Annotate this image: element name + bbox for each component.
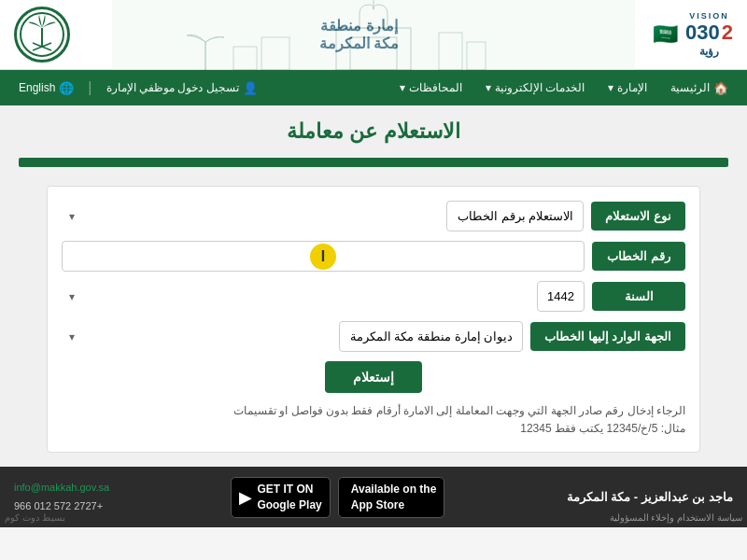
footer-email[interactable]: info@makkah.gov.sa	[14, 482, 109, 493]
vision-logo-container: VISION 2 030 رؤية 🇸🇦	[648, 11, 733, 58]
app-store-text: Available on the App Store	[351, 482, 437, 513]
google-play-icon: ▶	[239, 487, 252, 508]
vision-logo: VISION 2 030 رؤية	[685, 11, 733, 58]
source-dept-select-wrapper[interactable]: ديوان إمارة منطقة مكة المكرمة	[62, 321, 523, 352]
nav-home[interactable]: 🏠 الرئيسية	[661, 77, 738, 100]
footer-app-badges: ▶ GET IT ON Google Play Available on the…	[231, 477, 444, 518]
footer: info@makkah.gov.sa 966 012 572 2727+ ▶ G…	[0, 467, 747, 527]
year-select-wrapper[interactable]: 1442 1441 1440 1443 1444	[62, 281, 585, 312]
footer-org-name: ماجد بن عبدالعزيز - مكة المكرمة	[567, 490, 733, 504]
vision-arabic: رؤية	[699, 45, 719, 58]
emblem	[14, 7, 70, 63]
inquiry-type-select-wrapper[interactable]: الاستعلام برقم الخطاب	[62, 201, 584, 231]
vision-year-row: 2 030	[685, 21, 733, 45]
google-play-text: GET IT ON Google Play	[257, 482, 321, 513]
home-icon: 🏠	[713, 81, 728, 95]
footer-contact: info@makkah.gov.sa 966 012 572 2727+	[14, 479, 109, 516]
footer-policy: سياسة الاستخدام وإخلاء المسؤولية	[610, 512, 742, 523]
letter-number-row: رقم الخطاب I	[62, 241, 685, 272]
letter-number-wrapper: I	[62, 241, 585, 272]
letter-number-input[interactable]	[62, 241, 585, 272]
vision-030: 030	[685, 21, 720, 45]
letter-number-label: رقم الخطاب	[592, 242, 685, 271]
nav-english[interactable]: 🌐 English	[9, 77, 83, 100]
globe-icon: 🌐	[59, 81, 74, 95]
source-dept-select[interactable]: ديوان إمارة منطقة مكة المكرمة	[339, 321, 523, 352]
nav-divider: |	[88, 79, 92, 96]
inquiry-type-select[interactable]: الاستعلام برقم الخطاب	[446, 201, 584, 231]
header: VISION 2 030 رؤية 🇸🇦	[0, 0, 747, 70]
year-select[interactable]: 1442 1441 1440 1443 1444	[537, 281, 585, 312]
google-play-badge[interactable]: ▶ GET IT ON Google Play	[231, 477, 330, 518]
app-store-badge[interactable]: Available on the App Store	[338, 477, 445, 518]
footer-phone: 966 012 572 2727+	[14, 500, 103, 511]
footer-watermark: بسيط دوت كوم	[5, 512, 65, 523]
vision-text: VISION	[689, 11, 729, 21]
flag-icon: 🇸🇦	[653, 22, 678, 47]
footer-org: ماجد بن عبدالعزيز - مكة المكرمة	[567, 490, 733, 504]
vision-2: 2	[722, 21, 733, 45]
